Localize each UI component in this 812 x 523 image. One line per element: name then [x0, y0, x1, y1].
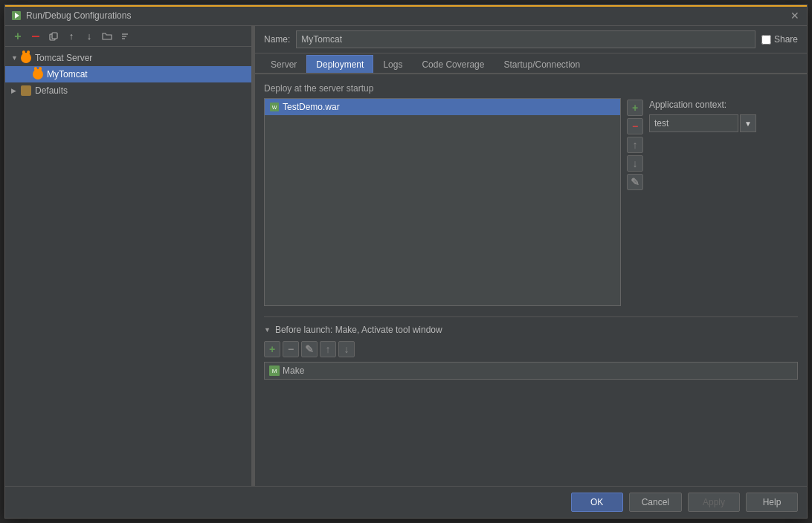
close-button[interactable]: ✕	[789, 10, 801, 22]
tab-logs[interactable]: Logs	[373, 55, 412, 73]
bottom-bar: OK Cancel Apply Help	[5, 486, 807, 518]
tabs-bar: Server Deployment Logs Code Coverage Sta…	[255, 53, 807, 74]
left-panel: + ↑ ↓ ▼	[5, 26, 252, 486]
svg-rect-2	[32, 36, 39, 37]
run-debug-icon	[11, 10, 22, 21]
deploy-add-button[interactable]: +	[627, 100, 643, 116]
copy-config-button[interactable]	[45, 28, 62, 45]
before-launch-add-button[interactable]: +	[264, 341, 280, 357]
content-area: + ↑ ↓ ▼	[5, 26, 807, 486]
deploy-remove-button[interactable]: −	[627, 118, 643, 134]
deploy-section-label: Deploy at the server startup	[264, 83, 798, 94]
before-launch-arrow[interactable]: ▼	[264, 326, 271, 334]
right-panel: Name: Share Server Deployment Logs Code …	[255, 26, 807, 486]
make-label: Make	[283, 366, 304, 376]
before-launch-edit-button[interactable]: ✎	[301, 341, 318, 357]
before-launch-list: M Make	[264, 362, 798, 380]
name-label: Name:	[264, 34, 290, 45]
share-checkbox[interactable]	[761, 35, 771, 45]
deploy-list: W TestDemo.war	[264, 98, 621, 306]
run-debug-dialog: Run/Debug Configurations ✕ + ↑ ↓	[4, 4, 808, 519]
name-row: Name: Share	[255, 26, 807, 53]
before-launch-item-make[interactable]: M Make	[265, 363, 797, 379]
app-context-dropdown-button[interactable]: ▼	[740, 114, 756, 132]
help-button[interactable]: Help	[746, 493, 798, 512]
deploy-item-label: TestDemo.war	[283, 102, 340, 112]
before-launch-up-button[interactable]: ↑	[320, 341, 336, 357]
tree-item-defaults[interactable]: ▶ Defaults	[5, 82, 251, 99]
app-context-label: Application context:	[649, 100, 798, 110]
folder-button[interactable]	[99, 28, 115, 45]
cancel-button[interactable]: Cancel	[629, 493, 682, 512]
before-launch-remove-button[interactable]: −	[283, 341, 299, 357]
deploy-buttons: + − ↑ ↓ ✎	[627, 98, 643, 306]
before-launch-title: Before launch: Make, Activate tool windo…	[275, 325, 442, 335]
apply-button[interactable]: Apply	[688, 493, 740, 512]
dialog-title: Run/Debug Configurations	[26, 10, 789, 21]
tab-server[interactable]: Server	[261, 55, 306, 73]
title-bar: Run/Debug Configurations ✕	[5, 5, 807, 26]
my-tomcat-label: MyTomcat	[47, 69, 88, 79]
expand-arrow-tomcat: ▼	[11, 54, 20, 62]
before-launch-down-button[interactable]: ↓	[338, 341, 355, 357]
deploy-move-down-button[interactable]: ↓	[627, 155, 643, 172]
deploy-move-up-button[interactable]: ↑	[627, 137, 643, 153]
before-launch-section: ▼ Before launch: Make, Activate tool win…	[264, 316, 798, 380]
sort-button[interactable]	[117, 28, 133, 45]
app-context-area: Application context: ▼	[649, 98, 798, 306]
tab-code-coverage[interactable]: Code Coverage	[412, 55, 494, 73]
ok-button[interactable]: OK	[571, 493, 623, 512]
tomcat-server-label: Tomcat Server	[35, 53, 92, 63]
tree-item-tomcat-server-group[interactable]: ▼ Tomcat Server	[5, 50, 251, 66]
move-up-button[interactable]: ↑	[63, 28, 80, 45]
war-icon: W	[269, 102, 280, 112]
my-tomcat-icon	[32, 68, 44, 80]
deploy-section: Deploy at the server startup W TestDemo.…	[264, 83, 798, 306]
left-toolbar: + ↑ ↓	[5, 26, 251, 47]
deploy-list-wrapper: W TestDemo.war	[264, 98, 621, 306]
expand-arrow-defaults: ▶	[11, 87, 20, 94]
deploy-edit-button[interactable]: ✎	[627, 174, 643, 190]
tree-item-my-tomcat[interactable]: MyTomcat	[5, 66, 251, 82]
app-context-input[interactable]	[649, 114, 738, 132]
deploy-area: W TestDemo.war + − ↑ ↓ ✎	[264, 98, 798, 306]
share-label: Share	[774, 34, 798, 45]
remove-config-button[interactable]	[28, 28, 44, 45]
deploy-item-testdemo[interactable]: W TestDemo.war	[265, 99, 620, 115]
app-context-select-wrapper: ▼	[649, 114, 798, 132]
before-launch-toolbar: + − ✎ ↑ ↓	[264, 341, 798, 357]
move-down-button[interactable]: ↓	[81, 28, 97, 45]
tab-deployment[interactable]: Deployment	[306, 55, 373, 73]
name-input[interactable]	[296, 30, 755, 48]
tomcat-group-icon	[20, 52, 32, 64]
add-config-button[interactable]: +	[10, 28, 26, 45]
config-tree: ▼ Tomcat Server MyTomcat	[5, 47, 251, 486]
defaults-icon	[20, 85, 32, 97]
tab-startup-connection[interactable]: Startup/Connection	[494, 55, 590, 73]
make-icon: M	[269, 366, 280, 376]
defaults-label: Defaults	[35, 85, 68, 96]
before-launch-header: ▼ Before launch: Make, Activate tool win…	[264, 325, 798, 335]
share-area: Share	[761, 34, 798, 45]
svg-rect-4	[52, 33, 57, 39]
tab-content-deployment: Deploy at the server startup W TestDemo.…	[255, 74, 807, 486]
